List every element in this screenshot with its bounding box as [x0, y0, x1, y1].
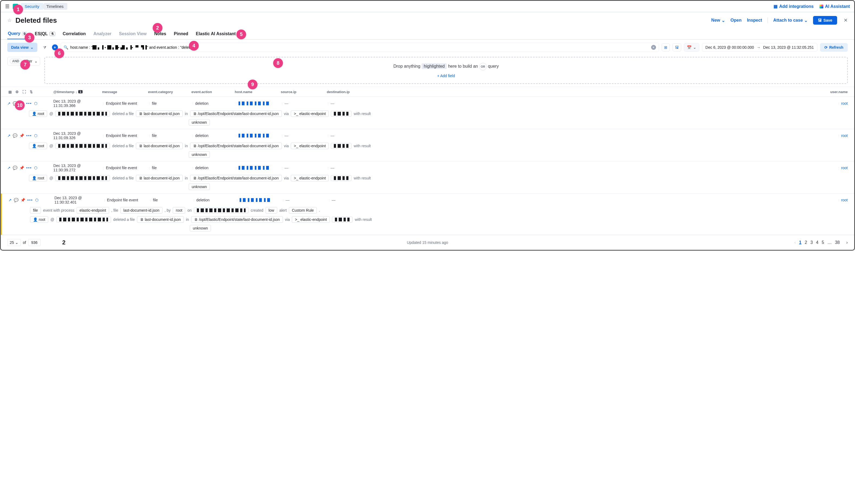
save-button[interactable]: 🖫Save: [813, 16, 837, 25]
next-page-icon[interactable]: ›: [846, 240, 848, 245]
token-path[interactable]: 🗎/opt/Elastic/Endpoint/state/last-docume…: [190, 110, 282, 117]
notes-icon[interactable]: 💬: [13, 166, 17, 170]
more-actions-icon[interactable]: •••: [26, 133, 32, 138]
add-integrations-link[interactable]: ▦ Add integrations: [773, 4, 814, 9]
token-result[interactable]: unknown: [189, 151, 210, 158]
token-user[interactable]: root: [173, 207, 185, 214]
tab-pinned[interactable]: Pinned: [173, 29, 189, 39]
token-hash[interactable]: [331, 175, 352, 181]
token-filename[interactable]: last-document-id.json: [121, 207, 162, 214]
token-user[interactable]: 👤root: [30, 216, 48, 223]
settings-gear-icon[interactable]: ⚙: [14, 89, 20, 94]
tab-correlation[interactable]: Correlation: [62, 29, 86, 39]
token-process[interactable]: >_elastic-endpoint: [291, 110, 329, 117]
expand-icon[interactable]: ↗: [7, 166, 11, 170]
notes-icon[interactable]: 💬: [14, 198, 18, 202]
more-actions-icon[interactable]: •••: [27, 198, 33, 202]
more-actions-icon[interactable]: •••: [26, 166, 32, 170]
cell-host[interactable]: ⋮: [235, 102, 281, 105]
token-process[interactable]: >_elastic-endpoint: [292, 216, 330, 223]
page-number[interactable]: 38: [835, 240, 840, 245]
token-file-category[interactable]: file: [30, 207, 41, 214]
tab-esql[interactable]: ES|QL⚗: [34, 29, 55, 39]
token-user[interactable]: 👤root: [29, 110, 47, 117]
kql-search-input[interactable]: 🔍 ✕: [61, 43, 659, 52]
notes-icon[interactable]: 💬: [13, 133, 17, 138]
more-actions-icon[interactable]: •••: [26, 101, 32, 106]
token-result[interactable]: unknown: [189, 183, 210, 190]
token-host[interactable]: [56, 217, 111, 222]
analyzer-cube-icon[interactable]: ⬡: [35, 198, 38, 202]
pin-icon[interactable]: 📌: [21, 198, 25, 202]
token-host[interactable]: [55, 143, 110, 149]
attach-to-case-button[interactable]: Attach to case⌄: [773, 18, 808, 23]
cell-user[interactable]: ⋮root: [826, 166, 848, 170]
token-host[interactable]: [55, 175, 110, 181]
page-number[interactable]: 1: [799, 240, 801, 245]
cell-host[interactable]: ⋮: [235, 134, 281, 138]
cell-host[interactable]: ⋮: [236, 198, 282, 202]
token-result[interactable]: unknown: [189, 119, 210, 126]
cell-user[interactable]: ⋮root: [826, 133, 848, 138]
page-number[interactable]: 4: [816, 240, 818, 245]
add-field-link[interactable]: + Add field: [437, 74, 455, 78]
expand-icon[interactable]: ↗: [7, 101, 11, 106]
col-host-name[interactable]: host.name: [235, 90, 281, 94]
date-quick-select[interactable]: 📅⌄: [684, 43, 699, 52]
token-path[interactable]: 🗎/opt/Elastic/Endpoint/state/last-docume…: [190, 175, 282, 181]
clear-query-icon[interactable]: ✕: [651, 45, 656, 50]
pin-icon[interactable]: 📌: [19, 133, 24, 138]
token-file[interactable]: 🗎last-document-id.json: [136, 110, 183, 117]
query-input[interactable]: [70, 45, 649, 50]
token-host[interactable]: [194, 207, 249, 213]
token-hash[interactable]: [331, 111, 352, 117]
ai-assistant-link[interactable]: AI Assistant: [820, 4, 850, 9]
date-range-display[interactable]: Dec 6, 2023 @ 00:00:00.000 → Dec 13, 202…: [702, 43, 817, 52]
col-user-name[interactable]: user.name: [826, 90, 848, 94]
page-number[interactable]: 3: [810, 240, 813, 245]
analyzer-cube-icon[interactable]: ⬡: [34, 101, 37, 106]
col-source-ip[interactable]: source.ip: [281, 90, 327, 94]
sort-icon[interactable]: ⇅: [29, 89, 34, 94]
columns-icon[interactable]: ▤: [7, 89, 13, 94]
favorite-star-icon[interactable]: ☆: [7, 17, 12, 23]
token-hash[interactable]: [331, 143, 352, 149]
fullscreen-icon[interactable]: ⛶: [21, 89, 27, 94]
prev-page-icon[interactable]: ‹: [794, 240, 796, 245]
inspect-button[interactable]: Inspect: [747, 18, 762, 23]
token-host[interactable]: [55, 111, 110, 117]
token-file[interactable]: 🗎last-document-id.json: [136, 143, 183, 149]
cell-user[interactable]: ⋮root: [826, 101, 848, 106]
query-drop-zone[interactable]: Drop anything highlighted here to build …: [44, 57, 848, 84]
col-event-category[interactable]: event.category: [148, 90, 191, 94]
saved-query-icon[interactable]: 🖫: [673, 43, 681, 51]
col-timestamp[interactable]: @timestamp ↓ 1: [53, 90, 102, 94]
analyzer-cube-icon[interactable]: ⬡: [34, 166, 37, 170]
token-file[interactable]: 🗎last-document-id.json: [136, 175, 183, 181]
query-assist-icon[interactable]: ⊞: [662, 43, 670, 51]
token-process[interactable]: >_elastic-endpoint: [291, 143, 329, 149]
page-number[interactable]: 5: [822, 240, 824, 245]
analyzer-cube-icon[interactable]: ⬡: [34, 133, 37, 138]
cell-user[interactable]: ⋮root: [826, 198, 848, 202]
token-user[interactable]: 👤root: [29, 143, 47, 149]
nav-toggle-icon[interactable]: ☰: [5, 3, 10, 10]
token-path[interactable]: 🗎/opt/Elastic/Endpoint/state/last-docume…: [190, 143, 282, 149]
token-path[interactable]: 🗎/opt/Elastic/Endpoint/state/last-docume…: [191, 216, 283, 223]
page-number[interactable]: 2: [805, 240, 807, 245]
new-button[interactable]: New⌄: [711, 18, 725, 23]
expand-icon[interactable]: ↗: [7, 133, 11, 138]
col-event-action[interactable]: event.action: [191, 90, 235, 94]
data-view-selector[interactable]: Data view⌄: [7, 43, 37, 52]
filter-icon[interactable]: ⧩: [40, 43, 49, 52]
token-rule[interactable]: Custom Rule: [289, 207, 317, 214]
token-process[interactable]: >_elastic-endpoint: [291, 175, 329, 181]
cell-host[interactable]: ⋮: [235, 166, 281, 170]
token-severity[interactable]: low: [266, 207, 277, 214]
col-message[interactable]: message: [102, 90, 148, 94]
refresh-button[interactable]: ⟳Refresh: [820, 43, 848, 52]
token-result[interactable]: unknown: [190, 225, 211, 231]
token-file[interactable]: 🗎last-document-id.json: [137, 216, 184, 223]
close-icon[interactable]: ✕: [844, 17, 848, 23]
col-destination-ip[interactable]: destination.ip: [327, 90, 373, 94]
